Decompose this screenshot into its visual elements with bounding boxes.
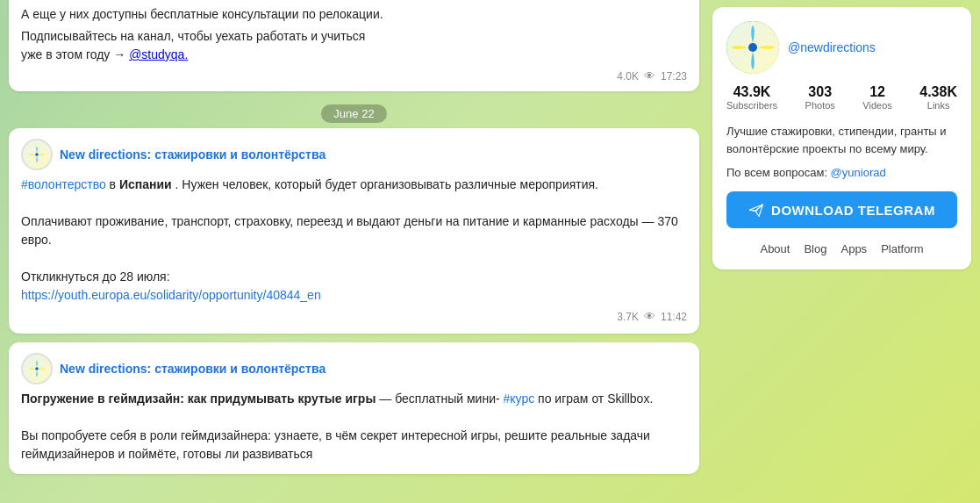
- message-content-wrap-1: New directions: стажировки и волонтёрств…: [60, 147, 687, 162]
- hashtag-2[interactable]: #курс: [504, 392, 535, 406]
- stat-subscribers: 43.9K Subscribers: [726, 84, 777, 111]
- message-card-2: New directions: стажировки и волонтёрств…: [9, 342, 699, 474]
- stat-value-links: 4.38K: [919, 84, 957, 100]
- studyqa-link[interactable]: @studyqa.: [129, 47, 188, 61]
- prev-message-meta: 4.0K 👁 17:23: [21, 69, 687, 83]
- channel-description: Лучшие стажировки, стипендии, гранты и в…: [726, 123, 957, 157]
- message-header-2: New directions: стажировки и волонтёрств…: [21, 353, 687, 384]
- stat-label-videos: Videos: [862, 100, 891, 111]
- prev-message-card: А еще у них доступны бесплатные консульт…: [9, 0, 699, 91]
- nav-blog[interactable]: Blog: [804, 242, 826, 255]
- svg-point-0: [35, 153, 39, 156]
- stat-value-photos: 303: [808, 84, 832, 100]
- channel-name-2[interactable]: New directions: стажировки и волонтёрств…: [60, 362, 325, 376]
- nav-apps[interactable]: Apps: [841, 242, 867, 255]
- nav-about[interactable]: About: [760, 242, 790, 255]
- channel-avatar: [726, 21, 779, 74]
- contact-prefix: По всем вопросам:: [726, 166, 831, 179]
- stat-label-photos: Photos: [805, 100, 835, 111]
- message-meta-1: 3.7K 👁 11:42: [21, 310, 687, 323]
- channel-name-1[interactable]: New directions: стажировки и волонтёрств…: [60, 147, 325, 162]
- hashtag-1[interactable]: #волонтерство: [21, 177, 106, 191]
- views-1: 3.7K: [617, 311, 639, 323]
- channel-info-card: @newdirections 43.9K Subscribers 303 Pho…: [712, 7, 971, 269]
- prev-time: 17:23: [661, 70, 687, 83]
- prev-message-text2: Подписывайтесь на канал, чтобы уехать ра…: [21, 27, 687, 64]
- download-btn-label: DOWNLOAD TELEGRAM: [771, 203, 935, 218]
- date-separator: June 22: [9, 105, 699, 121]
- channel-avatar-svg: [726, 21, 779, 74]
- stat-photos: 303 Photos: [805, 84, 835, 111]
- message-body-1: #волонтерство в Испании . Нужен человек,…: [21, 176, 687, 305]
- stat-value-videos: 12: [869, 84, 885, 100]
- contact-handle[interactable]: @yuniorad: [831, 166, 886, 179]
- date-label: June 22: [321, 104, 386, 123]
- stat-links: 4.38K Links: [919, 84, 957, 111]
- download-telegram-button[interactable]: DOWNLOAD TELEGRAM: [726, 191, 957, 228]
- nav-platform[interactable]: Platform: [881, 242, 923, 255]
- feed-area: А еще у них доступны бесплатные консульт…: [0, 0, 708, 503]
- channel-contact: По всем вопросам: @yuniorad: [726, 166, 957, 179]
- windmill-icon-1: [27, 145, 46, 164]
- message-card-1: New directions: стажировки и волонтёрств…: [9, 128, 699, 334]
- eye-icon: 👁: [644, 69, 655, 83]
- prev-views: 4.0K: [617, 70, 639, 83]
- eye-icon-1: 👁: [644, 310, 655, 323]
- time-1: 11:42: [661, 311, 687, 323]
- svg-point-3: [748, 43, 757, 52]
- channel-handle[interactable]: @newdirections: [788, 40, 876, 54]
- channel-info-text: @newdirections: [788, 40, 876, 54]
- right-sidebar: @newdirections 43.9K Subscribers 303 Pho…: [708, 0, 980, 503]
- stat-value-subscribers: 43.9K: [733, 84, 771, 100]
- avatar-2: [21, 353, 53, 384]
- message-content-wrap-2: New directions: стажировки и волонтёрств…: [60, 361, 687, 377]
- svg-point-1: [35, 367, 39, 370]
- telegram-icon: [748, 202, 764, 218]
- main-container: А еще у них доступны бесплатные консульт…: [0, 0, 980, 503]
- europa-link[interactable]: https://youth.europa.eu/solidarity/oppor…: [21, 288, 321, 302]
- stats-row: 43.9K Subscribers 303 Photos 12 Videos 4…: [726, 84, 957, 111]
- stat-videos: 12 Videos: [862, 84, 891, 111]
- stat-label-subscribers: Subscribers: [726, 100, 777, 111]
- message-header-1: New directions: стажировки и волонтёрств…: [21, 139, 687, 170]
- channel-header: @newdirections: [726, 21, 957, 74]
- windmill-icon-2: [27, 359, 46, 378]
- prev-message-text1: А еще у них доступны бесплатные консульт…: [21, 5, 687, 24]
- message-body-2: Погружение в геймдизайн: как придумывать…: [21, 390, 687, 463]
- avatar-1: [21, 139, 53, 170]
- bottom-nav: About Blog Apps Platform: [726, 239, 957, 255]
- stat-label-links: Links: [927, 100, 950, 111]
